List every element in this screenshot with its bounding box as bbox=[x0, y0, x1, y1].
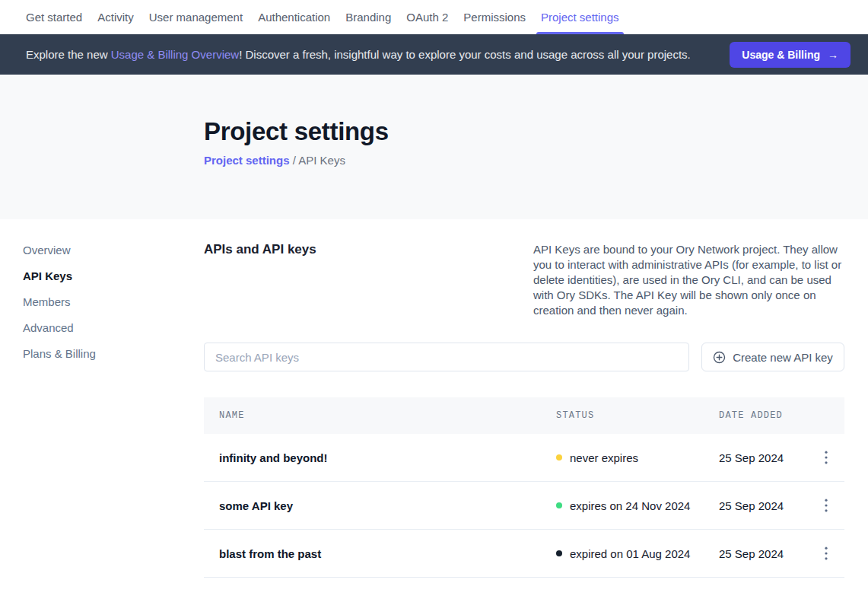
page-title: Project settings bbox=[204, 117, 868, 146]
tab-get-started[interactable]: Get started bbox=[21, 0, 87, 34]
status-dot-icon bbox=[556, 454, 562, 461]
row-menu-kebab-icon[interactable] bbox=[818, 448, 835, 467]
breadcrumb: Project settings / API Keys bbox=[204, 154, 868, 167]
table-row: blast from the past expired on 01 Aug 20… bbox=[204, 530, 844, 578]
tab-activity[interactable]: Activity bbox=[93, 0, 138, 34]
api-keys-toolbar: Create new API key bbox=[204, 343, 844, 371]
table-row: infinity and beyond! never expires 25 Se… bbox=[204, 434, 844, 482]
settings-sidebar: Overview API Keys Members Advanced Plans… bbox=[0, 219, 204, 578]
page-header: Project settings Project settings / API … bbox=[0, 75, 868, 219]
sidebar-item-api-keys[interactable]: API Keys bbox=[23, 269, 204, 282]
api-key-date-added: 25 Sep 2024 bbox=[719, 499, 818, 512]
breadcrumb-current: API Keys bbox=[298, 154, 345, 167]
tab-project-settings[interactable]: Project settings bbox=[536, 0, 624, 34]
breadcrumb-project-settings-link[interactable]: Project settings bbox=[204, 154, 290, 167]
search-input[interactable] bbox=[204, 343, 689, 371]
arrow-right-icon: → bbox=[828, 49, 838, 61]
api-key-date-added: 25 Sep 2024 bbox=[719, 451, 818, 464]
api-keys-panel: APIs and API keys API Keys are bound to … bbox=[204, 219, 844, 578]
breadcrumb-separator: / bbox=[293, 154, 296, 167]
row-menu-kebab-icon[interactable] bbox=[818, 544, 835, 563]
status-label: expired on 01 Aug 2024 bbox=[570, 547, 690, 560]
sidebar-item-members[interactable]: Members bbox=[23, 295, 204, 308]
api-key-name: infinity and beyond! bbox=[219, 451, 556, 464]
content-area: Overview API Keys Members Advanced Plans… bbox=[0, 219, 868, 578]
tab-permissions[interactable]: Permissions bbox=[459, 0, 530, 34]
column-header-status: STATUS bbox=[556, 410, 719, 421]
section-title: APIs and API keys bbox=[204, 242, 316, 318]
banner-text-before: Explore the new bbox=[26, 48, 111, 61]
plus-circle-icon bbox=[713, 351, 726, 364]
api-key-status: expires on 24 Nov 2024 bbox=[556, 499, 719, 512]
tab-user-management[interactable]: User management bbox=[145, 0, 247, 34]
status-dot-icon bbox=[556, 550, 562, 556]
tab-oauth2[interactable]: OAuth 2 bbox=[402, 0, 453, 34]
api-key-status: never expires bbox=[556, 451, 719, 464]
status-label: expires on 24 Nov 2024 bbox=[570, 499, 690, 512]
status-label: never expires bbox=[570, 451, 638, 464]
banner-text-after: ! Discover a fresh, insightful way to ex… bbox=[239, 48, 691, 61]
table-row: some API key expires on 24 Nov 2024 25 S… bbox=[204, 482, 844, 530]
status-dot-icon bbox=[556, 502, 562, 508]
column-header-name: NAME bbox=[219, 410, 556, 421]
row-menu-kebab-icon[interactable] bbox=[818, 496, 835, 515]
sidebar-item-advanced[interactable]: Advanced bbox=[23, 321, 204, 334]
usage-billing-banner: Explore the new Usage & Billing Overview… bbox=[0, 34, 868, 75]
tab-branding[interactable]: Branding bbox=[341, 0, 396, 34]
top-nav: Get started Activity User management Aut… bbox=[0, 0, 868, 34]
sidebar-item-plans-billing[interactable]: Plans & Billing bbox=[23, 347, 204, 360]
create-api-key-button[interactable]: Create new API key bbox=[701, 343, 844, 371]
table-header-row: NAME STATUS DATE ADDED bbox=[204, 397, 844, 434]
section-description: API Keys are bound to your Ory Network p… bbox=[533, 242, 844, 318]
banner-message: Explore the new Usage & Billing Overview… bbox=[26, 48, 691, 61]
sidebar-item-overview[interactable]: Overview bbox=[23, 244, 204, 257]
api-key-name: blast from the past bbox=[219, 547, 556, 560]
usage-billing-button-label: Usage & Billing bbox=[742, 49, 820, 61]
column-header-date-added: DATE ADDED bbox=[719, 410, 818, 421]
api-key-name: some API key bbox=[219, 499, 556, 512]
api-keys-table: NAME STATUS DATE ADDED infinity and beyo… bbox=[204, 397, 844, 578]
create-api-key-label: Create new API key bbox=[733, 351, 833, 364]
api-key-date-added: 25 Sep 2024 bbox=[719, 547, 818, 560]
usage-billing-button[interactable]: Usage & Billing → bbox=[730, 42, 851, 68]
tab-authentication[interactable]: Authentication bbox=[253, 0, 335, 34]
api-key-status: expired on 01 Aug 2024 bbox=[556, 547, 719, 560]
usage-billing-overview-link[interactable]: Usage & Billing Overview bbox=[111, 48, 239, 61]
section-head: APIs and API keys API Keys are bound to … bbox=[204, 242, 844, 318]
